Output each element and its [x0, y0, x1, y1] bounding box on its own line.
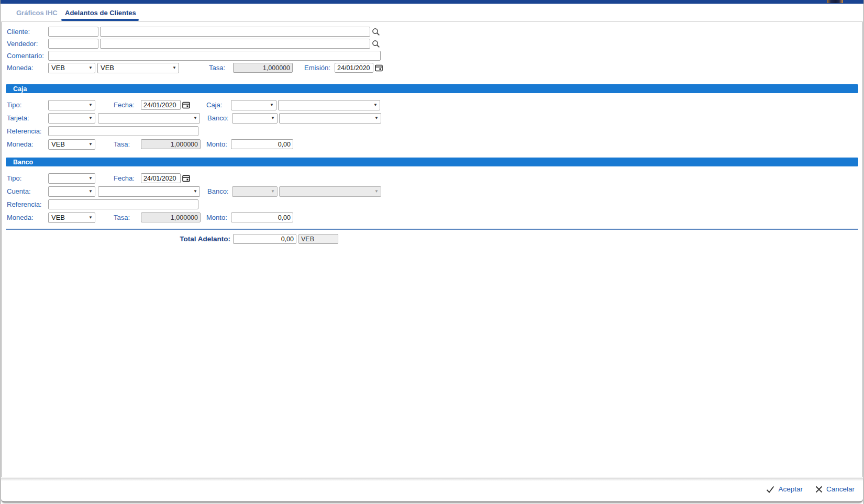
moneda-label: Moneda: [7, 64, 46, 72]
caja-tipo-select[interactable]: ▼ [48, 100, 95, 110]
comentario-row: Comentario: [2, 50, 862, 62]
caja-caja-desc-select[interactable]: ▼ [278, 100, 380, 110]
vendedor-code-input[interactable] [48, 39, 98, 49]
form-panel: Cliente: Vendedor: Comentario: [1, 21, 863, 477]
tab-strip: Gráficos IHC Adelantos de Clientes [1, 4, 863, 21]
comentario-label: Comentario: [7, 52, 46, 60]
total-divider [6, 229, 858, 230]
moneda-code-select[interactable]: VEB ▼ [48, 63, 95, 73]
banco-banco-code-select: ▼ [232, 186, 278, 197]
aceptar-button[interactable]: Aceptar [766, 485, 803, 493]
banco-fecha-input[interactable] [141, 173, 181, 183]
caja-banco-label: Banco: [207, 114, 232, 122]
dropdown-arrow-icon: ▼ [88, 142, 93, 147]
total-currency-readonly: VEB [298, 234, 338, 244]
caja-tipo-label: Tipo: [7, 101, 46, 109]
caja-moneda-row: Moneda: VEB ▼ Tasa: Monto: [2, 138, 862, 150]
emision-date-input[interactable] [335, 63, 373, 73]
caja-caja-label: Caja: [206, 101, 231, 109]
topbar-partial-icon [827, 0, 843, 3]
vendedor-search-icon[interactable] [372, 40, 380, 48]
banco-cuenta-row: Cuenta: ▼ ▼ Banco: ▼ ▼ [2, 185, 862, 197]
dropdown-arrow-icon: ▼ [88, 66, 93, 70]
caja-tasa-readonly-input [141, 139, 201, 149]
caja-referencia-input[interactable] [48, 126, 198, 136]
caja-moneda-select[interactable]: VEB ▼ [48, 139, 95, 150]
dropdown-arrow-icon: ▼ [88, 103, 93, 107]
cliente-name-input[interactable] [100, 27, 370, 37]
caja-banco-code-select[interactable]: ▼ [232, 113, 278, 124]
caja-referencia-row: Referencia: [2, 125, 862, 137]
caja-monto-label: Monto: [206, 140, 231, 148]
dropdown-arrow-icon: ▼ [193, 189, 197, 194]
close-icon [815, 486, 823, 493]
caja-section-header: Caja [6, 84, 858, 93]
banco-calendar-icon[interactable] [182, 174, 190, 182]
banco-referencia-input[interactable] [48, 199, 198, 209]
caja-section-title: Caja [13, 85, 27, 93]
total-adelanto-input[interactable] [233, 234, 296, 244]
banco-monto-input[interactable] [231, 212, 293, 222]
tasa-label: Tasa: [209, 64, 233, 72]
dropdown-arrow-icon: ▼ [271, 189, 275, 194]
caja-tasa-label: Tasa: [114, 140, 141, 148]
dropdown-arrow-icon: ▼ [193, 116, 197, 120]
dropdown-arrow-icon: ▼ [172, 66, 176, 70]
moneda-desc-select[interactable]: VEB ▼ [97, 63, 179, 73]
emision-calendar-icon[interactable] [375, 64, 383, 72]
moneda-code-value: VEB [51, 64, 65, 72]
dropdown-arrow-icon: ▼ [88, 189, 93, 194]
comentario-input[interactable] [48, 51, 381, 61]
tasa-readonly-input [233, 63, 293, 73]
banco-referencia-label: Referencia: [7, 200, 46, 208]
dropdown-arrow-icon: ▼ [271, 116, 275, 120]
cliente-search-icon[interactable] [372, 28, 380, 36]
banco-moneda-select[interactable]: VEB ▼ [48, 212, 95, 223]
dropdown-arrow-icon: ▼ [88, 176, 93, 181]
banco-banco-label: Banco: [207, 187, 232, 195]
cliente-code-input[interactable] [48, 27, 98, 37]
banco-moneda-row: Moneda: VEB ▼ Tasa: Monto: [2, 211, 862, 223]
caja-tipo-row: Tipo: ▼ Fecha: Caja: ▼ ▼ [2, 99, 862, 111]
caja-tarjeta-desc-select[interactable]: ▼ [98, 113, 200, 124]
banco-monto-label: Monto: [206, 214, 231, 221]
tab-graficos-ihc[interactable]: Gráficos IHC [16, 9, 58, 17]
banco-moneda-value: VEB [51, 214, 65, 221]
caja-tarjeta-code-select[interactable]: ▼ [48, 113, 95, 124]
banco-tipo-row: Tipo: ▼ Fecha: [2, 172, 862, 184]
dropdown-arrow-icon: ▼ [88, 116, 93, 120]
caja-tarjeta-row: Tarjeta: ▼ ▼ Banco: ▼ ▼ [2, 112, 862, 124]
banco-tasa-label: Tasa: [114, 214, 141, 221]
footer-top-edge [1, 478, 863, 481]
banco-fecha-label: Fecha: [114, 174, 141, 182]
total-row: Total Adelanto: VEB [2, 233, 862, 245]
check-icon [766, 486, 774, 493]
banco-banco-desc-select: ▼ [279, 186, 381, 197]
vendedor-row: Vendedor: [2, 38, 862, 50]
cliente-label: Cliente: [7, 28, 46, 36]
caja-calendar-icon[interactable] [182, 101, 190, 109]
caja-caja-code-select[interactable]: ▼ [231, 100, 276, 110]
banco-tipo-select[interactable]: ▼ [48, 173, 95, 184]
banco-cuenta-desc-select[interactable]: ▼ [98, 186, 200, 197]
caja-monto-input[interactable] [231, 139, 293, 149]
banco-cuenta-code-select[interactable]: ▼ [48, 186, 95, 197]
caja-moneda-label: Moneda: [7, 140, 46, 148]
cancelar-button[interactable]: Cancelar [815, 485, 855, 493]
footer-bar: Aceptar Cancelar [1, 478, 863, 502]
tab-adelantos-de-clientes[interactable]: Adelantos de Clientes [65, 9, 136, 17]
banco-cuenta-label: Cuenta: [7, 187, 46, 195]
total-adelanto-label: Total Adelanto: [7, 235, 230, 243]
banco-section-title: Banco [13, 159, 33, 166]
dropdown-arrow-icon: ▼ [373, 103, 378, 107]
aceptar-label: Aceptar [778, 485, 803, 493]
cancelar-label: Cancelar [826, 485, 855, 493]
caja-referencia-label: Referencia: [7, 127, 46, 135]
caja-fecha-input[interactable] [141, 100, 181, 110]
app-window: Gráficos IHC Adelantos de Clientes Clien… [0, 0, 864, 504]
dropdown-arrow-icon: ▼ [374, 116, 379, 120]
moneda-desc-value: VEB [101, 64, 114, 72]
vendedor-name-input[interactable] [100, 39, 370, 49]
vendedor-label: Vendedor: [7, 40, 46, 48]
caja-banco-desc-select[interactable]: ▼ [279, 113, 381, 124]
